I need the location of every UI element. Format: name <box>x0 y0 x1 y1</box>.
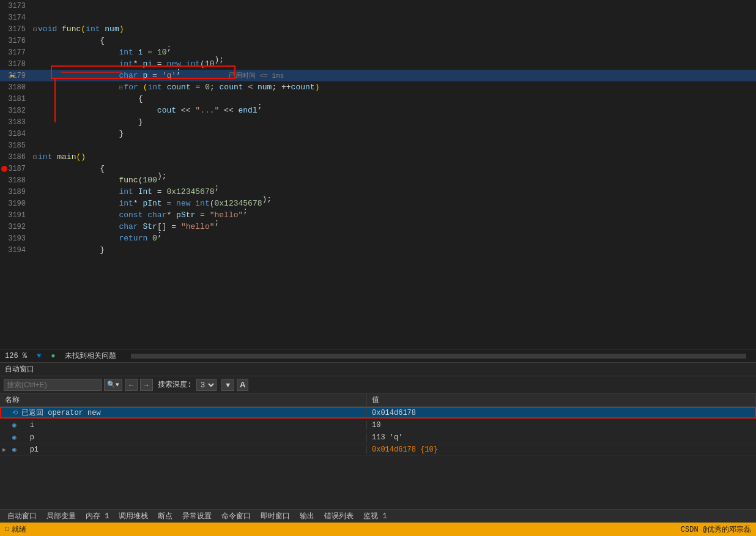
line-gutter-3191: 3191 <box>0 211 31 220</box>
return-label: 已返回 operator new <box>21 408 101 418</box>
tab-watch1[interactable]: 监视 1 <box>358 510 391 523</box>
watch-icon-i: ◉ <box>12 421 17 429</box>
autos-value-pi: 0x014d6178 {10} <box>367 445 756 454</box>
line-gutter-3185: 3185 <box>0 141 31 150</box>
status-text: 就绪 <box>12 524 26 535</box>
autos-name-p: ◉ p <box>0 433 367 442</box>
watch-icon-return: ⟲ <box>12 409 18 417</box>
search-depth-label: 搜索深度: <box>158 379 191 390</box>
autos-name-pi: ▶ ◉ pi <box>0 445 367 454</box>
zoom-level: 126 % <box>5 352 27 360</box>
autos-row-p[interactable]: ◉ p 113 'q' <box>0 431 756 444</box>
no-issues-text: 未找到相关问题 <box>65 351 116 361</box>
line-gutter-3190: 3190 <box>0 199 31 208</box>
execution-arrow: ➡ <box>10 70 15 81</box>
tab-breakpoints[interactable]: 断点 <box>153 510 177 523</box>
autos-value-return: 0x014d6178 <box>367 409 756 417</box>
col-header-name: 名称 <box>0 393 367 406</box>
nav-back-button[interactable]: ← <box>125 379 138 391</box>
autos-panel-title: 自动窗口 <box>5 364 34 374</box>
autos-name-return: ⟲ 已返回 operator new <box>0 408 367 418</box>
editor-status-bar: 126 % ▼ ● 未找到相关问题 <box>0 349 756 362</box>
line-gutter-3181: 3181 <box>0 95 31 103</box>
line-gutter-3189: 3189 <box>0 188 31 196</box>
branding-text: CSDN @优秀的邓宗磊 <box>681 524 751 535</box>
autos-panel-header: 自动窗口 <box>0 363 756 376</box>
autos-table-content: ⟲ 已返回 operator new 0x014d6178 ◉ i 10 <box>0 407 756 509</box>
expand-icon-p <box>2 434 10 441</box>
line-gutter-3176: 3176 <box>0 37 31 45</box>
line-gutter-3178: 3178 <box>0 60 31 69</box>
line-gutter-3173: 3173 <box>0 2 31 10</box>
code-line-3173: 3173 <box>0 0 756 12</box>
status-icon: □ <box>5 525 9 534</box>
autos-row-i[interactable]: ◉ i 10 <box>0 419 756 431</box>
code-line-3194: 3194 } <box>0 244 756 256</box>
filter-button[interactable]: ▼ <box>221 379 234 391</box>
line-gutter-3192: 3192 <box>0 223 31 231</box>
expand-icon-i <box>2 422 10 428</box>
autos-table-header: 名称 值 <box>0 393 756 407</box>
no-issues-icon: ● <box>51 352 55 360</box>
autos-value-p: 113 'q' <box>367 433 756 442</box>
zoom-dropdown-icon[interactable]: ▼ <box>37 352 41 360</box>
scrollbar-horizontal[interactable] <box>131 354 746 359</box>
var-i-label: i <box>30 421 34 430</box>
code-line-3185: 3185 <box>0 140 756 151</box>
autos-value-i: 10 <box>367 421 756 430</box>
tab-immediate[interactable]: 即时窗口 <box>256 510 295 523</box>
search-depth-select[interactable]: 3 1 2 4 5 <box>196 379 217 391</box>
code-lines: 3173 3174 3175 ⊟ void func(int num) <box>0 0 756 256</box>
var-p-label: p <box>30 433 34 442</box>
line-gutter-3183: 3183 <box>0 118 31 127</box>
line-gutter-3188: 3188 <box>0 176 31 185</box>
tab-locals[interactable]: 局部变量 <box>42 510 81 523</box>
expand-icon-return[interactable] <box>2 409 10 416</box>
autos-name-i: ◉ i <box>0 421 367 430</box>
tab-output[interactable]: 输出 <box>295 510 319 523</box>
var-pi-label: pi <box>30 445 39 454</box>
tab-memory1[interactable]: 内存 1 <box>81 510 114 523</box>
watch-icon-p: ◉ <box>12 433 17 441</box>
breakpoint-3187[interactable] <box>1 166 7 172</box>
expand-icon-pi[interactable]: ▶ <box>2 446 10 453</box>
case-sensitive-button[interactable]: A <box>237 379 248 391</box>
col-header-value: 值 <box>367 393 756 406</box>
line-gutter-3180: 3180 <box>0 83 31 92</box>
bottom-panel: 自动窗口 🔍▾ ← → 搜索深度: 3 1 2 4 5 ▼ A 名称 值 <box>0 362 756 509</box>
line-gutter-3175: 3175 <box>0 25 31 34</box>
search-button[interactable]: 🔍▾ <box>104 379 122 391</box>
line-gutter-3194: 3194 <box>0 246 31 255</box>
line-gutter-3179: ➡ 3179 <box>0 72 31 80</box>
line-gutter-3184: 3184 <box>0 130 31 138</box>
autos-toolbar: 🔍▾ ← → 搜索深度: 3 1 2 4 5 ▼ A <box>0 376 756 393</box>
code-line-3184: 3184 } <box>0 128 756 140</box>
tab-exceptions[interactable]: 异常设置 <box>177 510 217 523</box>
line-gutter-3182: 3182 <box>0 106 31 115</box>
autos-row-pi[interactable]: ▶ ◉ pi 0x014d6178 {10} <box>0 444 756 456</box>
tab-callstack[interactable]: 调用堆栈 <box>114 510 153 523</box>
watch-icon-pi: ◉ <box>12 445 17 453</box>
bottom-tab-bar: 自动窗口 局部变量 内存 1 调用堆栈 断点 异常设置 命令窗口 即时窗口 输出… <box>0 509 756 523</box>
line-gutter-3193: 3193 <box>0 234 31 243</box>
nav-forward-button[interactable]: → <box>140 379 153 391</box>
autos-row-return[interactable]: ⟲ 已返回 operator new 0x014d6178 <box>0 407 756 419</box>
line-gutter-3174: 3174 <box>0 13 31 22</box>
very-bottom-left: □ 就绪 <box>5 524 26 535</box>
very-bottom-bar: □ 就绪 CSDN @优秀的邓宗磊 <box>0 523 756 536</box>
line-gutter-3187: 3187 <box>0 165 31 173</box>
line-gutter-3186: 3186 <box>0 153 31 162</box>
code-editor: 3173 3174 3175 ⊟ void func(int num) <box>0 0 756 349</box>
autos-search-input[interactable] <box>4 379 102 391</box>
line-gutter-3177: 3177 <box>0 48 31 57</box>
tab-autos[interactable]: 自动窗口 <box>2 510 42 523</box>
tab-errorlist[interactable]: 错误列表 <box>319 510 358 523</box>
code-line-3174: 3174 <box>0 12 756 23</box>
tab-command[interactable]: 命令窗口 <box>217 510 256 523</box>
